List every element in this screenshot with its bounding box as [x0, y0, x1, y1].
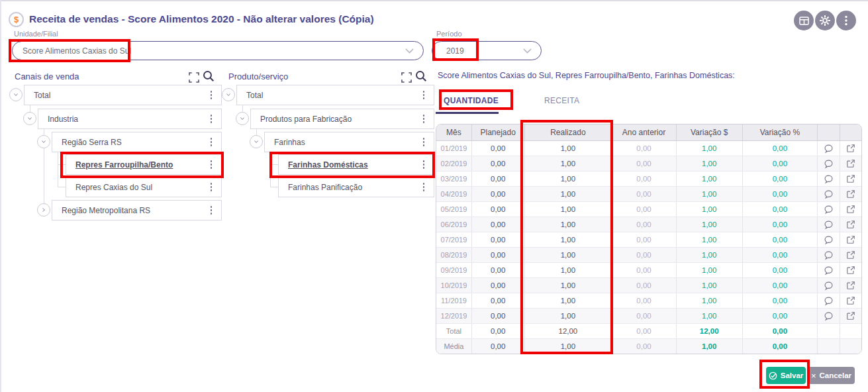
window-left-border — [0, 0, 1, 392]
open-button[interactable] — [840, 263, 861, 277]
more-icon[interactable] — [208, 160, 215, 169]
cell-realizado[interactable]: 1,00 — [525, 156, 612, 171]
open-button[interactable] — [840, 156, 861, 171]
table-row: Média0,001,000,001,000,00 — [436, 338, 861, 354]
tree-node[interactable]: Farinhas — [264, 132, 434, 152]
tree-node[interactable]: Industria — [38, 109, 222, 129]
comment-button[interactable] — [818, 217, 840, 232]
tree-node[interactable]: Farinhas Domésticas — [278, 154, 434, 175]
tab-quantidade[interactable]: QUANTIDADE — [444, 96, 499, 105]
chevron-right-icon[interactable] — [37, 203, 50, 217]
comment-icon — [824, 296, 834, 306]
tree-node[interactable]: Repres Caxias do Sul — [66, 177, 222, 197]
search-icon[interactable] — [415, 70, 427, 85]
period-select[interactable]: 2019 — [432, 41, 542, 60]
kebab-icon[interactable] — [836, 11, 856, 30]
chevron-down-icon[interactable] — [236, 112, 249, 125]
chevron-down-icon[interactable] — [37, 135, 50, 148]
more-icon[interactable] — [420, 183, 427, 191]
open-button[interactable] — [840, 172, 861, 186]
comment-button[interactable] — [818, 248, 840, 262]
tree-node[interactable]: Produtos para Fabricação — [250, 109, 434, 129]
table-icon[interactable] — [794, 11, 814, 30]
more-icon[interactable] — [420, 138, 427, 146]
comment-button[interactable] — [818, 263, 840, 277]
cell-realizado[interactable]: 1,00 — [525, 293, 612, 308]
open-button[interactable] — [840, 278, 861, 293]
open-button[interactable] — [840, 217, 861, 232]
comment-button[interactable] — [818, 293, 840, 308]
cell-planejado[interactable]: 0,00 — [472, 187, 525, 201]
more-icon[interactable] — [420, 160, 427, 169]
cell-planejado[interactable]: 0,00 — [472, 217, 525, 232]
tree-node[interactable]: Repres Farroupilha/Bento — [66, 154, 222, 175]
comment-button[interactable] — [818, 172, 840, 186]
cell-realizado[interactable]: 1,00 — [525, 248, 612, 262]
open-button[interactable] — [840, 187, 861, 201]
comment-button[interactable] — [818, 309, 840, 323]
expand-icon[interactable] — [401, 72, 412, 85]
gear-icon[interactable] — [815, 11, 835, 30]
tab-receita[interactable]: RECEITA — [544, 96, 579, 105]
cell-planejado[interactable]: 0,00 — [472, 156, 525, 171]
more-icon[interactable] — [208, 91, 215, 99]
cell-variacao-percentual: 0,00 — [743, 187, 818, 201]
comment-icon — [824, 220, 834, 230]
chevron-down-icon[interactable] — [250, 135, 263, 148]
open-button[interactable] — [840, 141, 861, 156]
open-button[interactable] — [840, 293, 861, 308]
comment-button[interactable] — [818, 202, 840, 217]
cell-realizado[interactable]: 1,00 — [525, 309, 612, 323]
cell-planejado[interactable]: 0,00 — [472, 293, 525, 308]
cell-realizado[interactable]: 1,00 — [525, 141, 612, 156]
chevron-down-icon — [405, 48, 414, 54]
more-icon[interactable] — [208, 183, 215, 191]
comment-button[interactable] — [818, 187, 840, 201]
unit-select[interactable]: Score Alimentos Caxias do Sul — [12, 41, 424, 60]
cell-planejado[interactable]: 0,00 — [472, 263, 525, 277]
cell-planejado[interactable]: 0,00 — [472, 202, 525, 217]
tree-node[interactable]: Total — [24, 85, 222, 105]
cell-planejado[interactable]: 0,00 — [472, 172, 525, 186]
tree-node[interactable]: Região Serra RS — [52, 132, 222, 152]
cell-ano-anterior: 0,00 — [612, 187, 677, 201]
cell-planejado[interactable]: 0,00 — [472, 248, 525, 262]
cell-planejado[interactable]: 0,00 — [472, 278, 525, 293]
cell-variacao-percentual: 0,00 — [743, 217, 818, 232]
more-icon[interactable] — [208, 206, 215, 215]
open-button[interactable] — [840, 232, 861, 247]
tree-node[interactable]: Farinhas Panificação — [278, 177, 434, 197]
open-button[interactable] — [840, 202, 861, 217]
open-button[interactable] — [840, 248, 861, 262]
open-button[interactable] — [840, 309, 861, 323]
expand-icon[interactable] — [189, 72, 199, 85]
cell-realizado[interactable]: 1,00 — [525, 172, 612, 186]
chevron-down-icon[interactable] — [23, 112, 36, 125]
more-icon[interactable] — [208, 115, 215, 123]
save-button[interactable]: Salvar — [766, 367, 806, 384]
cell-realizado[interactable]: 1,00 — [525, 232, 612, 247]
more-icon[interactable] — [420, 115, 427, 123]
tree-node[interactable]: Região Metropolitana RS — [52, 200, 222, 220]
chevron-down-icon[interactable] — [222, 88, 235, 101]
cell-planejado[interactable]: 0,00 — [472, 141, 525, 156]
tree-node[interactable]: Total — [236, 85, 434, 105]
comment-button[interactable] — [818, 156, 840, 171]
comment-button[interactable] — [818, 232, 840, 247]
cell-planejado[interactable]: 0,00 — [472, 232, 525, 247]
cell-realizado[interactable]: 1,00 — [525, 217, 612, 232]
cell-realizado[interactable]: 1,00 — [525, 263, 612, 277]
cell-planejado[interactable]: 0,00 — [472, 309, 525, 323]
chevron-down-icon — [523, 48, 532, 54]
more-icon[interactable] — [208, 138, 215, 146]
chevron-down-icon[interactable] — [9, 88, 23, 101]
cell-realizado[interactable]: 1,00 — [525, 278, 612, 293]
cell-realizado[interactable]: 1,00 — [525, 187, 612, 201]
comment-button[interactable] — [818, 141, 840, 156]
cell-realizado[interactable]: 1,00 — [525, 202, 612, 217]
comment-button[interactable] — [818, 278, 840, 293]
more-icon[interactable] — [420, 91, 427, 99]
search-icon[interactable] — [203, 70, 215, 85]
cancel-button[interactable]: × Cancelar — [808, 367, 855, 384]
cell-variacao-percentual: 0,00 — [743, 263, 818, 277]
